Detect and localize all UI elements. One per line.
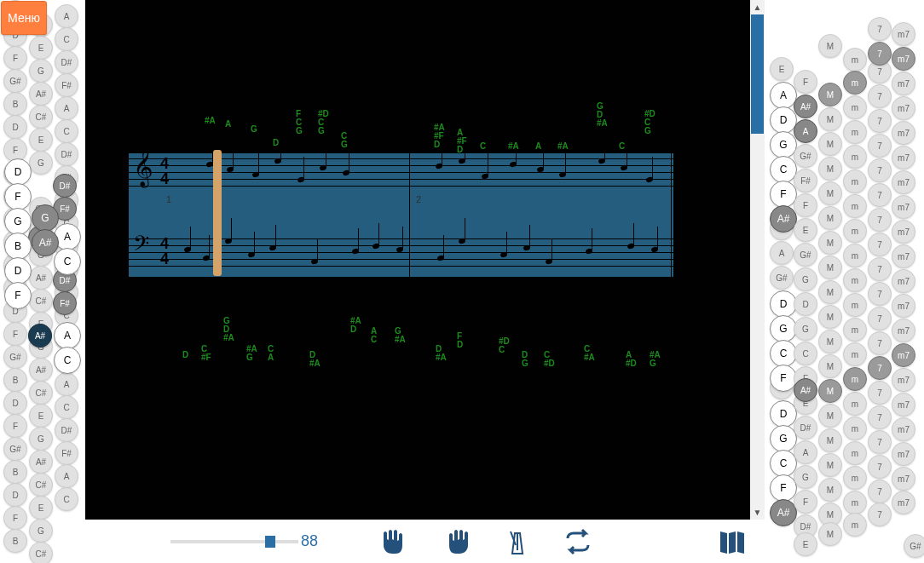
- keyboard-button[interactable]: F: [4, 183, 32, 210]
- keyboard-button[interactable]: M: [818, 428, 842, 452]
- keyboard-button[interactable]: F#: [55, 441, 78, 465]
- keyboard-button[interactable]: m: [843, 441, 867, 465]
- tempo-slider[interactable]: [170, 535, 291, 549]
- keyboard-button[interactable]: 7: [868, 134, 892, 158]
- keyboard-button[interactable]: 7: [868, 405, 892, 429]
- keyboard-button[interactable]: F: [3, 414, 27, 438]
- keyboard-button[interactable]: D#: [55, 142, 78, 166]
- view-button[interactable]: [715, 523, 750, 560]
- keyboard-button[interactable]: C: [55, 395, 78, 419]
- keyboard-button[interactable]: m7: [892, 319, 915, 342]
- keyboard-button[interactable]: D#: [53, 174, 77, 198]
- keyboard-button[interactable]: E: [794, 218, 817, 242]
- keyboard-button[interactable]: G: [4, 208, 32, 235]
- keyboard-button[interactable]: 7: [868, 158, 892, 182]
- keyboard-button[interactable]: D#: [55, 418, 78, 442]
- keyboard-button[interactable]: 7: [868, 331, 892, 355]
- keyboard-button[interactable]: m7: [892, 393, 915, 417]
- keyboard-button[interactable]: G: [794, 267, 817, 291]
- keyboard-button[interactable]: M: [818, 181, 842, 205]
- keyboard-button[interactable]: m7: [892, 244, 915, 268]
- keyboard-button[interactable]: m: [843, 491, 867, 514]
- keyboard-button[interactable]: 7: [868, 42, 892, 66]
- keyboard-button[interactable]: G#: [904, 534, 924, 558]
- keyboard-button[interactable]: M: [818, 231, 842, 255]
- keyboard-button[interactable]: D#: [794, 416, 817, 439]
- keyboard-button[interactable]: M: [818, 453, 842, 477]
- keyboard-button[interactable]: m7: [892, 491, 915, 514]
- keyboard-button[interactable]: 7: [868, 17, 892, 41]
- keyboard-button[interactable]: m: [843, 342, 867, 366]
- keyboard-button[interactable]: E: [29, 36, 53, 60]
- keyboard-button[interactable]: m: [843, 95, 867, 119]
- keyboard-button[interactable]: D#: [55, 50, 78, 74]
- keyboard-button[interactable]: G#: [3, 69, 27, 93]
- keyboard-button[interactable]: m: [843, 392, 867, 416]
- keyboard-button[interactable]: M: [818, 157, 842, 181]
- keyboard-button[interactable]: A#: [29, 450, 53, 474]
- keyboard-button[interactable]: m7: [892, 47, 915, 71]
- metronome-button[interactable]: [500, 523, 534, 560]
- menu-button[interactable]: Меню: [1, 1, 47, 35]
- keyboard-button[interactable]: G#: [794, 243, 817, 267]
- keyboard-button[interactable]: M: [818, 305, 842, 329]
- keyboard-button[interactable]: m: [843, 318, 867, 342]
- keyboard-button[interactable]: M: [818, 83, 842, 106]
- scroll-down-icon[interactable]: ▼: [750, 505, 765, 520]
- keyboard-button[interactable]: m7: [892, 467, 915, 491]
- keyboard-button[interactable]: G: [794, 317, 817, 341]
- keyboard-button[interactable]: F: [3, 322, 27, 346]
- left-hand-button[interactable]: [378, 523, 413, 560]
- keyboard-button[interactable]: F#: [55, 73, 78, 97]
- playhead-cursor[interactable]: [213, 150, 222, 276]
- keyboard-button[interactable]: E: [770, 57, 794, 81]
- keyboard-button[interactable]: m: [843, 169, 867, 193]
- scrollbar-thumb[interactable]: [751, 14, 764, 134]
- keyboard-button[interactable]: M: [818, 330, 842, 353]
- keyboard-button[interactable]: C: [55, 27, 78, 51]
- keyboard-button[interactable]: G: [29, 427, 53, 451]
- keyboard-button[interactable]: C: [55, 487, 78, 511]
- keyboard-button[interactable]: A: [794, 440, 817, 464]
- keyboard-button[interactable]: E: [29, 128, 53, 152]
- keyboard-button[interactable]: E: [29, 496, 53, 520]
- keyboard-button[interactable]: 7: [868, 356, 892, 380]
- right-hand-button[interactable]: [438, 523, 473, 560]
- keyboard-button[interactable]: E: [29, 404, 53, 428]
- keyboard-button[interactable]: A: [55, 464, 78, 488]
- keyboard-button[interactable]: m: [843, 194, 867, 218]
- slider-handle[interactable]: [265, 536, 275, 548]
- keyboard-button[interactable]: F#: [53, 291, 77, 315]
- keyboard-button[interactable]: A: [55, 96, 78, 120]
- keyboard-button[interactable]: m: [843, 145, 867, 169]
- keyboard-button[interactable]: m: [843, 293, 867, 317]
- keyboard-button[interactable]: 7: [868, 381, 892, 405]
- keyboard-button[interactable]: F: [4, 282, 32, 309]
- keyboard-button[interactable]: A: [794, 119, 817, 143]
- keyboard-button[interactable]: D: [3, 115, 27, 139]
- keyboard-button[interactable]: G: [29, 151, 53, 175]
- keyboard-button[interactable]: A#: [794, 95, 817, 118]
- keyboard-button[interactable]: m7: [892, 269, 915, 293]
- keyboard-button[interactable]: G#: [770, 266, 794, 290]
- keyboard-button[interactable]: G: [29, 59, 53, 83]
- keyboard-button[interactable]: B: [3, 368, 27, 392]
- keyboard-button[interactable]: A: [55, 4, 78, 28]
- keyboard-button[interactable]: M: [818, 404, 842, 428]
- keyboard-button[interactable]: 7: [868, 282, 892, 306]
- keyboard-button[interactable]: M: [818, 132, 842, 156]
- keyboard-button[interactable]: m: [843, 48, 867, 72]
- keyboard-button[interactable]: B: [4, 233, 32, 260]
- keyboard-button[interactable]: m7: [892, 220, 915, 244]
- keyboard-button[interactable]: m7: [892, 146, 915, 169]
- keyboard-button[interactable]: F: [3, 506, 27, 530]
- keyboard-button[interactable]: A: [54, 322, 81, 349]
- keyboard-button[interactable]: 7: [868, 208, 892, 232]
- keyboard-button[interactable]: D: [4, 158, 32, 186]
- keyboard-button[interactable]: m7: [892, 343, 915, 367]
- keyboard-button[interactable]: m: [843, 71, 867, 95]
- keyboard-button[interactable]: 7: [868, 257, 892, 281]
- keyboard-button[interactable]: C#: [29, 381, 53, 405]
- keyboard-button[interactable]: M: [818, 280, 842, 304]
- keyboard-button[interactable]: m: [843, 268, 867, 292]
